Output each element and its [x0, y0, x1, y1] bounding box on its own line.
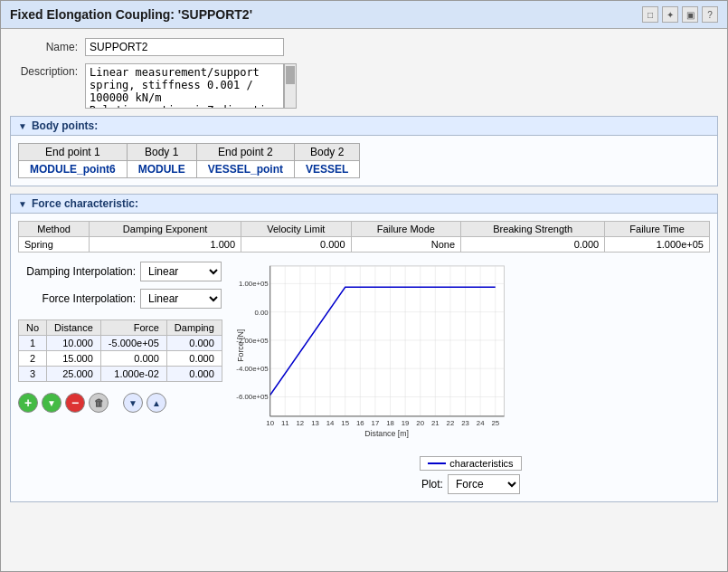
help-icon[interactable]: ?	[702, 6, 718, 23]
force-char-section: ▼ Force characteristic: Method Damping E…	[10, 194, 718, 502]
fc-damping-exp[interactable]: 1.000	[90, 237, 241, 253]
body-points-header: ▼ Body points:	[10, 116, 718, 136]
title-icon-group: □ ✦ ▣ ?	[642, 6, 718, 23]
svg-text:24: 24	[477, 419, 485, 427]
data-table: No Distance Force Damping 110.000-5.000e…	[18, 319, 222, 382]
force-interp-label: Force Interpolation:	[18, 292, 136, 305]
svg-text:21: 21	[431, 419, 440, 427]
add-dropdown-button[interactable]: ▼	[42, 393, 61, 413]
body-points-section: ▼ Body points: End point 1 Body 1 End po…	[10, 116, 718, 186]
description-label: Description:	[10, 65, 78, 78]
svg-rect-0	[270, 266, 505, 416]
dt-cell-distance[interactable]: 10.000	[47, 336, 101, 351]
table-row: 110.000-5.000e+050.000	[19, 336, 222, 351]
pin-icon[interactable]: ✦	[662, 6, 678, 23]
name-label: Name:	[10, 41, 78, 53]
legend-item: characteristics	[420, 456, 521, 471]
description-row: Description: Linear measurement/support …	[10, 63, 718, 109]
svg-text:14: 14	[326, 419, 335, 427]
force-interp-row: Force Interpolation: Linear Cubic None	[18, 289, 222, 309]
bp-header-b2: Body 2	[295, 144, 360, 161]
svg-text:Distance [m]: Distance [m]	[364, 429, 409, 438]
move-down-button[interactable]: ▼	[123, 393, 143, 413]
stack-icon[interactable]: ▣	[682, 6, 698, 23]
description-scrollbar[interactable]	[284, 63, 297, 109]
dt-th-distance: Distance	[47, 320, 101, 336]
bp-ep1[interactable]: MODULE_point6	[19, 161, 128, 178]
body-points-body: End point 1 Body 1 End point 2 Body 2 MO…	[10, 136, 718, 186]
resize-icon[interactable]: □	[642, 6, 658, 23]
scrollbar-thumb	[286, 66, 295, 84]
table-row: Spring 1.000 0.000 None 0.000 1.000e+05	[19, 237, 710, 253]
fc-method[interactable]: Spring	[19, 237, 90, 253]
svg-text:Force [N]: Force [N]	[236, 329, 245, 362]
fc-fail-time[interactable]: 1.000e+05	[605, 237, 710, 253]
move-up-button[interactable]: ▲	[147, 393, 166, 413]
fc-break-strength[interactable]: 0.000	[461, 237, 605, 253]
dt-cell-no[interactable]: 3	[19, 367, 47, 382]
dt-th-no: No	[19, 320, 47, 336]
main-window: Fixed Elongation Coupling: 'SUPPORT2' □ …	[0, 0, 728, 572]
damping-interp-select[interactable]: Linear Cubic None	[140, 262, 222, 281]
fc-th-fail-time: Failure Time	[605, 222, 710, 237]
svg-text:16: 16	[356, 419, 364, 427]
dt-cell-distance[interactable]: 25.000	[47, 367, 101, 382]
table-row: 215.0000.0000.000	[19, 351, 222, 367]
damping-interp-row: Damping Interpolation: Linear Cubic None	[18, 262, 222, 281]
svg-text:23: 23	[461, 419, 469, 427]
body-points-label: Body points:	[32, 119, 98, 132]
table-row: 325.0001.000e-020.000	[19, 367, 222, 382]
force-char-label: Force characteristic:	[32, 197, 138, 210]
dt-cell-force[interactable]: -5.000e+05	[100, 336, 166, 351]
svg-text:0.00: 0.00	[254, 309, 269, 317]
description-wrapper: Linear measurement/support spring, stiff…	[85, 63, 297, 109]
force-char-body: Method Damping Exponent Velocity Limit F…	[10, 214, 718, 502]
bp-ep2[interactable]: VESSEL_point	[196, 161, 294, 178]
fc-vel-limit[interactable]: 0.000	[241, 237, 352, 253]
svg-text:11: 11	[281, 419, 289, 427]
chart-area: 1.00e+05 0.00 -2.00e+05 -4.00e+05 -6.00e…	[232, 262, 710, 494]
dt-cell-no[interactable]: 1	[19, 336, 47, 351]
remove-button[interactable]: −	[65, 393, 85, 413]
description-input[interactable]: Linear measurement/support spring, stiff…	[85, 63, 284, 109]
collapse-body-points-icon[interactable]: ▼	[18, 121, 27, 131]
add-button[interactable]: +	[18, 393, 38, 413]
delete-button[interactable]: 🗑	[89, 393, 109, 413]
svg-text:17: 17	[371, 419, 379, 427]
bp-b2[interactable]: VESSEL	[295, 161, 360, 178]
dt-cell-force[interactable]: 0.000	[100, 351, 166, 367]
dt-cell-damping[interactable]: 0.000	[166, 367, 222, 382]
plot-row: Plot: Force Damping	[232, 474, 710, 494]
plot-select[interactable]: Force Damping	[448, 474, 520, 494]
window-title: Fixed Elongation Coupling: 'SUPPORT2'	[10, 7, 252, 22]
fc-th-break-strength: Breaking Strength	[461, 222, 605, 237]
svg-text:25: 25	[491, 419, 499, 427]
svg-text:-6.00e+05: -6.00e+05	[236, 393, 269, 401]
damping-interp-label: Damping Interpolation:	[18, 265, 136, 278]
fc-th-fail-mode: Failure Mode	[351, 222, 461, 237]
legend-label: characteristics	[449, 458, 513, 469]
dt-cell-distance[interactable]: 15.000	[47, 351, 101, 367]
force-char-table: Method Damping Exponent Velocity Limit F…	[18, 221, 710, 253]
collapse-force-char-icon[interactable]: ▼	[18, 199, 27, 209]
fc-th-damping-exp: Damping Exponent	[90, 222, 241, 237]
left-controls: Damping Interpolation: Linear Cubic None…	[18, 262, 222, 494]
name-input[interactable]	[85, 38, 284, 56]
force-interp-select[interactable]: Linear Cubic None	[140, 289, 222, 309]
dt-cell-no[interactable]: 2	[19, 351, 47, 367]
force-chart: 1.00e+05 0.00 -2.00e+05 -4.00e+05 -6.00e…	[232, 262, 512, 452]
svg-text:-4.00e+05: -4.00e+05	[236, 365, 269, 373]
force-char-header: ▼ Force characteristic:	[10, 194, 718, 214]
dt-cell-damping[interactable]: 0.000	[166, 336, 222, 351]
dt-th-force: Force	[100, 320, 166, 336]
bp-b1[interactable]: MODULE	[127, 161, 196, 178]
fc-fail-mode[interactable]: None	[351, 237, 461, 253]
dt-cell-force[interactable]: 1.000e-02	[100, 367, 166, 382]
svg-text:19: 19	[402, 419, 410, 427]
body-points-table: End point 1 Body 1 End point 2 Body 2 MO…	[18, 143, 360, 178]
fc-th-vel-limit: Velocity Limit	[241, 222, 352, 237]
dt-cell-damping[interactable]: 0.000	[166, 351, 222, 367]
svg-text:12: 12	[296, 419, 304, 427]
bottom-section: Damping Interpolation: Linear Cubic None…	[18, 262, 710, 494]
content-area: Name: Description: Linear measurement/su…	[1, 29, 727, 571]
